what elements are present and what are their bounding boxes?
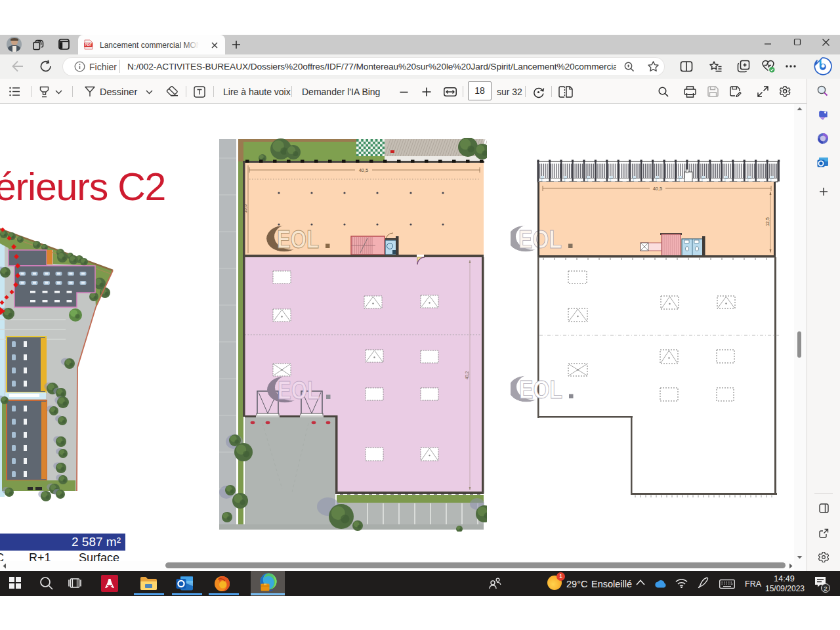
svg-text:EOL: EOL: [519, 375, 562, 404]
svg-text:EOL: EOL: [277, 225, 319, 253]
svg-text:12,5: 12,5: [765, 217, 770, 226]
svg-text:40,5: 40,5: [359, 167, 369, 173]
svg-text:40,5: 40,5: [653, 186, 663, 192]
svg-text:EOL: EOL: [518, 225, 562, 253]
svg-text:40,2: 40,2: [465, 371, 469, 379]
svg-text:PDF: PDF: [85, 43, 91, 47]
svg-text:EOL: EOL: [278, 376, 320, 404]
